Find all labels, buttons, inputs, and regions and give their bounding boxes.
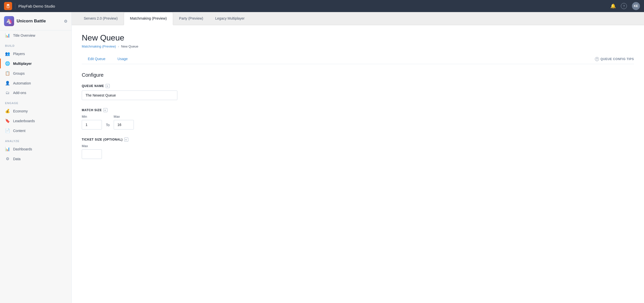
game-name: Unicorn Battle [17,19,61,24]
sub-tab-usage[interactable]: Usage [111,54,134,64]
sidebar-item-automation[interactable]: 👤 Automation [0,78,71,88]
sidebar-item-players[interactable]: 👥 Players [0,49,71,59]
tab-legacy-multiplayer[interactable]: Legacy Multiplayer [209,12,251,25]
main-layout: 🦄 Unicorn Battle ⚙ 📊 Title Overview BUIL… [0,12,644,303]
sidebar-item-label: Leaderboards [13,119,35,123]
sidebar-item-label: Automation [13,81,31,85]
ticket-size-info-icon[interactable]: ≡ [124,138,128,142]
queue-name-label: QUEUE NAME ≡ [82,84,634,88]
match-size-label: MATCH SIZE ≡ [82,108,634,112]
min-label: Min [82,115,102,118]
queue-name-section: QUEUE NAME ≡ [82,84,634,100]
sidebar-item-label: Economy [13,109,28,113]
multiplayer-icon: 🌐 [5,61,10,66]
title-overview-icon: 📊 [5,33,10,38]
sidebar-item-label: Multiplayer [13,62,32,66]
sidebar-item-data[interactable]: ⚙ Data [0,154,71,164]
match-size-max-input[interactable] [114,120,134,129]
match-size-row: Min To Max [82,115,634,129]
settings-icon[interactable]: ⚙ [64,19,67,24]
content-area: Servers 2.0 (Preview) Matchmaking (Previ… [72,12,644,303]
sub-tabs-bar: Edit Queue Usage ? QUEUE CONFIG TIPS [82,54,634,64]
queue-name-info-icon[interactable]: ≡ [106,84,110,88]
breadcrumb-current: New Queue [121,45,138,48]
match-size-min-group: Min [82,115,102,129]
sidebar-item-label: Groups [13,71,25,75]
tabs-bar: Servers 2.0 (Preview) Matchmaking (Previ… [72,12,644,25]
sidebar-item-label: Add-ons [13,91,26,95]
breadcrumb-separator: › [118,45,119,48]
sidebar-item-label: Dashboards [13,147,32,151]
sub-tab-edit-queue[interactable]: Edit Queue [82,54,111,64]
section-label-analyze: ANALYZE [0,136,71,144]
ticket-max-label: Max [82,144,634,148]
top-navigation: PlayFab Demo Studio 🔔 ? KE [0,0,644,12]
match-size-to-label: To [106,123,110,129]
queue-name-input[interactable] [82,91,177,100]
sidebar-item-label: Players [13,52,25,56]
studio-name: PlayFab Demo Studio [18,4,607,8]
players-icon: 👥 [5,51,10,56]
queue-config-tips-button[interactable]: ? QUEUE CONFIG TIPS [595,55,634,64]
sub-tabs-left: Edit Queue Usage [82,54,134,64]
sidebar-item-label: Title Overview [13,33,35,37]
data-icon: ⚙ [5,156,10,161]
content-icon: 📄 [5,128,10,133]
breadcrumb: Matchmaking (Preview) › New Queue [82,45,634,48]
nav-action-icons: 🔔 ? KE [610,2,640,10]
configure-section-title: Configure [82,72,634,78]
tab-servers[interactable]: Servers 2.0 (Preview) [78,12,124,25]
sidebar-item-groups[interactable]: 📋 Groups [0,68,71,78]
sidebar-header: 🦄 Unicorn Battle ⚙ [0,12,71,30]
ticket-size-max-group: Max [82,144,634,159]
tab-matchmaking[interactable]: Matchmaking (Preview) [124,12,173,25]
match-size-max-group: Max [114,115,134,129]
addons-icon: 🗂 [5,91,10,95]
help-icon[interactable]: ? [621,3,627,9]
sidebar-item-label: Data [13,157,21,161]
app-logo [4,2,12,10]
economy-icon: 💰 [5,109,10,113]
groups-icon: 📋 [5,71,10,76]
ticket-size-label: TICKET SIZE (OPTIONAL) ≡ [82,138,634,142]
page-content: New Queue Matchmaking (Preview) › New Qu… [72,25,644,303]
game-icon: 🦄 [4,16,14,26]
sidebar: 🦄 Unicorn Battle ⚙ 📊 Title Overview BUIL… [0,12,72,303]
sidebar-item-leaderboards[interactable]: 🔖 Leaderboards [0,116,71,126]
notification-icon[interactable]: 🔔 [610,3,616,9]
sidebar-item-dashboards[interactable]: 📊 Dashboards [0,144,71,154]
sidebar-item-multiplayer[interactable]: 🌐 Multiplayer [0,59,71,68]
match-size-min-input[interactable] [82,120,102,129]
ticket-size-section: TICKET SIZE (OPTIONAL) ≡ Max [82,138,634,159]
dashboards-icon: 📊 [5,147,10,151]
tab-party[interactable]: Party (Preview) [173,12,209,25]
sidebar-item-title-overview[interactable]: 📊 Title Overview [0,30,71,40]
match-size-info-icon[interactable]: ≡ [103,108,107,112]
user-avatar[interactable]: KE [632,2,640,10]
nav-divider [15,3,15,9]
help-circle-icon: ? [595,57,599,61]
match-size-section: MATCH SIZE ≡ Min To Max [82,108,634,129]
leaderboards-icon: 🔖 [5,118,10,123]
section-label-engage: ENGAGE [0,98,71,106]
sidebar-item-label: Content [13,129,25,133]
breadcrumb-parent[interactable]: Matchmaking (Preview) [82,45,116,48]
max-label: Max [114,115,134,118]
sidebar-item-economy[interactable]: 💰 Economy [0,106,71,116]
ticket-size-max-input[interactable] [82,149,102,159]
sidebar-item-addons[interactable]: 🗂 Add-ons [0,88,71,98]
automation-icon: 👤 [5,81,10,85]
page-title: New Queue [82,33,634,42]
section-label-build: BUILD [0,40,71,49]
sidebar-item-content[interactable]: 📄 Content [0,126,71,136]
